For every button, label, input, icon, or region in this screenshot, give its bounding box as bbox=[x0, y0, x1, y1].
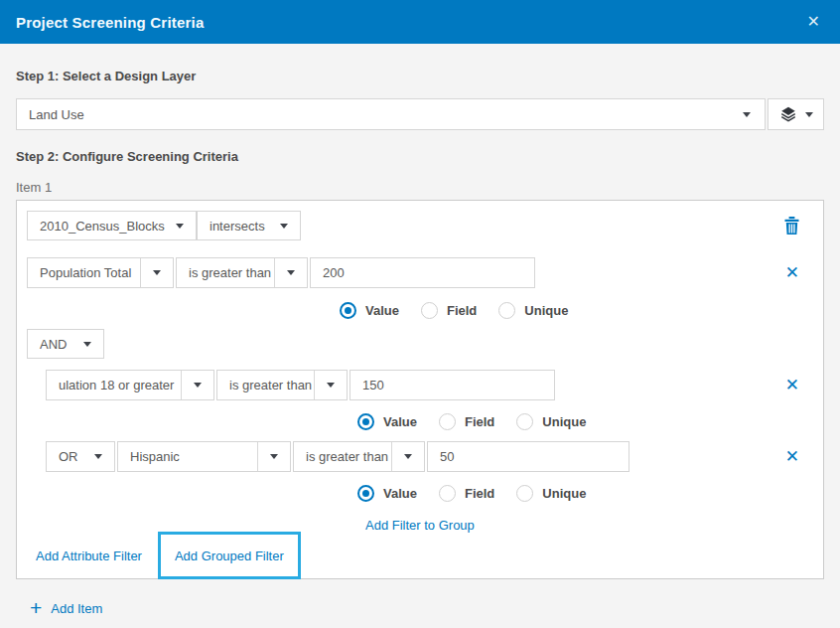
add-grouped-filter-link[interactable]: Add Grouped Filter bbox=[175, 549, 284, 563]
item-panel: 2010_Census_Blocks intersects bbox=[16, 200, 824, 579]
project-screening-criteria-dialog: Project Screening Criteria ✕ Step 1: Sel… bbox=[0, 0, 840, 628]
grouped-filter2-value-input[interactable] bbox=[427, 441, 630, 472]
step2-label: Step 2: Configure Screening Criteria bbox=[16, 149, 824, 164]
chevron-down-icon bbox=[94, 454, 102, 459]
radio-field-label: Field bbox=[447, 303, 477, 318]
dialog-body: Step 1: Select a Design Layer Land Use S… bbox=[0, 69, 840, 616]
chevron-down-icon bbox=[404, 454, 412, 459]
radio-unique[interactable] bbox=[498, 302, 515, 319]
grouped-filter2-value-type-group: Value Field Unique bbox=[357, 484, 813, 502]
grouped-filter1-value-type-group: Value Field Unique bbox=[357, 412, 813, 430]
remove-filter1-button[interactable]: ✕ bbox=[785, 264, 799, 281]
item-label: Item 1 bbox=[16, 180, 824, 195]
attribute-filter-row: Population Total is greater than ✕ bbox=[27, 257, 813, 288]
target-layer-value: 2010_Census_Blocks bbox=[28, 219, 176, 234]
radio-unique-label: Unique bbox=[542, 414, 586, 429]
radio-value[interactable] bbox=[357, 485, 374, 502]
add-item-row: + Add Item bbox=[16, 600, 824, 616]
trash-icon bbox=[784, 217, 799, 235]
radio-field[interactable] bbox=[421, 302, 438, 319]
add-attribute-filter-link[interactable]: Add Attribute Filter bbox=[36, 549, 142, 563]
radio-field-label: Field bbox=[465, 414, 494, 429]
close-icon[interactable]: ✕ bbox=[803, 12, 824, 32]
group-logic-row: AND bbox=[27, 329, 813, 359]
chevron-down-icon bbox=[194, 383, 202, 388]
radio-value-label: Value bbox=[365, 303, 399, 318]
grouped-filter2-operator-value: is greater than bbox=[294, 449, 391, 464]
grouped-filter1-operator-select[interactable]: is greater than bbox=[216, 370, 348, 400]
filter1-operator-value: is greater than bbox=[177, 265, 274, 280]
radio-value-label: Value bbox=[383, 486, 417, 501]
radio-field[interactable] bbox=[439, 413, 456, 430]
add-filter-to-group-link[interactable]: Add Filter to Group bbox=[365, 518, 475, 533]
radio-unique-label: Unique bbox=[542, 486, 586, 501]
radio-value[interactable] bbox=[357, 413, 374, 430]
radio-field[interactable] bbox=[439, 485, 456, 502]
radio-value-label: Value bbox=[383, 414, 417, 429]
grouped-filter2-operator-select[interactable]: is greater than bbox=[293, 441, 425, 472]
layer-operator-row: 2010_Census_Blocks intersects bbox=[27, 211, 813, 240]
add-filter-to-group-row: Add Filter to Group bbox=[365, 516, 813, 532]
grouped-filter2-field-value: Hispanic bbox=[118, 449, 257, 464]
design-layer-value: Land Use bbox=[17, 107, 743, 122]
grouped-filter1-field-value: ulation 18 or greater bbox=[47, 378, 181, 392]
design-layer-row: Land Use bbox=[16, 98, 824, 130]
grouped-filter2-logic-select[interactable]: OR bbox=[46, 441, 115, 472]
radio-unique[interactable] bbox=[516, 485, 533, 502]
filter1-value-type-group: Value Field Unique bbox=[340, 301, 813, 319]
chevron-down-icon bbox=[280, 224, 288, 229]
remove-grouped-filter1-button[interactable]: ✕ bbox=[785, 377, 799, 393]
delete-item-button[interactable] bbox=[784, 217, 799, 235]
grouped-filter2-row: OR Hispanic is greater than ✕ bbox=[27, 441, 813, 472]
radio-unique-label: Unique bbox=[524, 303, 568, 318]
layers-icon bbox=[779, 105, 797, 123]
filter1-field-value: Population Total bbox=[28, 265, 140, 280]
filter1-field-select[interactable]: Population Total bbox=[27, 257, 174, 288]
tutorial-highlight-box: Add Grouped Filter bbox=[158, 532, 301, 579]
filter1-value-input[interactable] bbox=[310, 257, 535, 288]
chevron-down-icon bbox=[176, 224, 184, 229]
radio-value[interactable] bbox=[340, 302, 356, 319]
chevron-down-icon bbox=[805, 112, 813, 117]
step1-label: Step 1: Select a Design Layer bbox=[16, 69, 824, 83]
grouped-filter2-logic-value: OR bbox=[47, 449, 94, 464]
chevron-down-icon bbox=[153, 270, 161, 275]
grouped-filter1-row: ulation 18 or greater is greater than ✕ bbox=[27, 370, 813, 400]
group-logic-value: AND bbox=[28, 337, 83, 352]
grouped-filter1-value-input[interactable] bbox=[350, 370, 555, 400]
filter-actions-row: Add Attribute Filter Add Grouped Filter bbox=[27, 532, 813, 579]
filter1-operator-select[interactable]: is greater than bbox=[176, 257, 308, 288]
spatial-operator-select[interactable]: intersects bbox=[197, 211, 301, 240]
dialog-header: Project Screening Criteria ✕ bbox=[0, 0, 840, 44]
spatial-operator-value: intersects bbox=[198, 219, 280, 234]
chevron-down-icon bbox=[83, 342, 91, 347]
add-item-link[interactable]: Add Item bbox=[51, 601, 102, 616]
chevron-down-icon bbox=[743, 112, 751, 117]
target-layer-select[interactable]: 2010_Census_Blocks bbox=[27, 211, 197, 240]
group-logic-select[interactable]: AND bbox=[27, 329, 104, 359]
chevron-down-icon bbox=[287, 270, 295, 275]
plus-icon: + bbox=[30, 600, 42, 616]
dialog-title: Project Screening Criteria bbox=[16, 14, 204, 31]
chevron-down-icon bbox=[327, 383, 335, 388]
grouped-filter1-field-select[interactable]: ulation 18 or greater bbox=[46, 370, 214, 400]
grouped-filter2-field-select[interactable]: Hispanic bbox=[117, 441, 291, 472]
chevron-down-icon bbox=[270, 454, 278, 459]
grouped-filter1-operator-value: is greater than bbox=[217, 378, 314, 392]
radio-field-label: Field bbox=[465, 486, 494, 501]
layer-list-button[interactable] bbox=[768, 98, 824, 130]
remove-grouped-filter2-button[interactable]: ✕ bbox=[785, 448, 799, 465]
radio-unique[interactable] bbox=[516, 413, 533, 430]
design-layer-select[interactable]: Land Use bbox=[16, 98, 766, 130]
